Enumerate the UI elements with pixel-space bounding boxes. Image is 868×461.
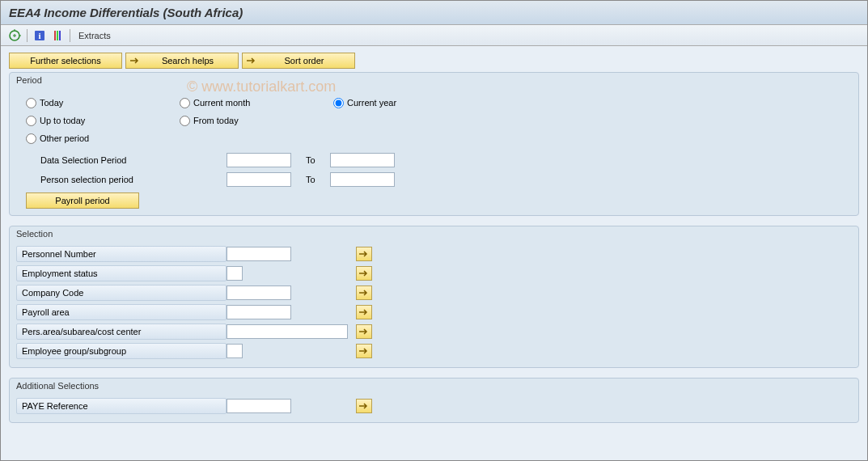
selection-input[interactable] bbox=[227, 247, 291, 261]
separator bbox=[27, 29, 28, 42]
arrow-right-icon bbox=[358, 347, 370, 355]
radio-current-month[interactable] bbox=[180, 98, 190, 108]
additional-input[interactable] bbox=[227, 399, 291, 413]
input-slot bbox=[227, 305, 356, 319]
radio-today[interactable] bbox=[26, 98, 36, 108]
selection-group: Selection Personnel NumberEmployment sta… bbox=[9, 226, 859, 368]
input-slot bbox=[227, 324, 356, 339]
selection-label: Employment status bbox=[16, 265, 227, 281]
arrow-right-icon bbox=[358, 328, 370, 336]
multiple-selection-button[interactable] bbox=[356, 324, 372, 339]
selection-input[interactable] bbox=[227, 266, 243, 281]
input-slot bbox=[227, 266, 356, 281]
label-today[interactable]: Today bbox=[40, 98, 63, 108]
svg-rect-5 bbox=[59, 31, 61, 40]
input-slot bbox=[227, 285, 356, 300]
selection-label: Pers.area/subarea/cost center bbox=[16, 324, 227, 340]
period-group: Period Today Current month Current year … bbox=[9, 72, 859, 216]
selection-label: Company Code bbox=[16, 285, 227, 301]
selection-input[interactable] bbox=[227, 324, 348, 339]
person-sel-from-input[interactable] bbox=[227, 172, 291, 187]
additional-label: PAYE Reference bbox=[16, 398, 227, 414]
input-slot bbox=[227, 247, 356, 261]
arrow-right-icon bbox=[246, 57, 257, 65]
selection-input[interactable] bbox=[227, 344, 243, 358]
data-sel-to-input[interactable] bbox=[330, 153, 395, 167]
data-sel-period-label: Data Selection Period bbox=[26, 155, 227, 165]
extracts-button[interactable]: Extracts bbox=[75, 31, 114, 40]
radio-from-today[interactable] bbox=[180, 116, 190, 126]
title-bar: EEA4 Income Differentials (South Africa) bbox=[1, 1, 867, 25]
further-selections-button[interactable]: Further selections bbox=[9, 53, 122, 69]
arrow-right-icon bbox=[358, 250, 370, 258]
page-title: EEA4 Income Differentials (South Africa) bbox=[9, 6, 859, 19]
label-from-today[interactable]: From today bbox=[193, 116, 239, 125]
top-button-row: Further selections Search helps Sort ord… bbox=[9, 53, 859, 69]
additional-title: Additional Selections bbox=[10, 379, 858, 393]
search-helps-label: Search helps bbox=[149, 56, 227, 66]
person-sel-period-label: Person selection period bbox=[26, 175, 227, 184]
arrow-right-icon bbox=[358, 308, 370, 316]
selection-row: Company Code bbox=[16, 283, 852, 302]
svg-rect-3 bbox=[54, 31, 56, 40]
radio-up-to-today[interactable] bbox=[26, 116, 36, 126]
sort-order-button[interactable]: Sort order bbox=[242, 53, 355, 69]
variant-icon[interactable] bbox=[50, 28, 65, 43]
to-label: To bbox=[306, 175, 330, 184]
arrow-right-icon bbox=[129, 57, 141, 65]
content-area: © www.tutorialkart.com Further selection… bbox=[1, 46, 867, 461]
selection-row: Employee group/subgroup bbox=[16, 341, 852, 361]
sort-order-label: Sort order bbox=[265, 56, 343, 66]
selection-row: Payroll area bbox=[16, 302, 852, 322]
svg-text:i: i bbox=[38, 31, 40, 40]
input-slot bbox=[227, 399, 356, 413]
multiple-selection-button[interactable] bbox=[356, 285, 372, 300]
svg-rect-4 bbox=[57, 31, 58, 40]
selection-row: Pers.area/subarea/cost center bbox=[16, 322, 852, 341]
arrow-right-icon bbox=[358, 289, 370, 297]
multiple-selection-button[interactable] bbox=[356, 305, 372, 319]
selection-input[interactable] bbox=[227, 305, 291, 319]
payroll-period-button[interactable]: Payroll period bbox=[26, 192, 139, 209]
arrow-right-icon bbox=[358, 402, 370, 410]
multiple-selection-button[interactable] bbox=[356, 344, 372, 358]
info-icon[interactable]: i bbox=[32, 28, 47, 43]
search-helps-button[interactable]: Search helps bbox=[125, 53, 239, 69]
toolbar: i Extracts bbox=[1, 25, 867, 46]
radio-other-period[interactable] bbox=[26, 133, 36, 144]
additional-row: PAYE Reference bbox=[16, 396, 852, 416]
execute-icon[interactable] bbox=[7, 28, 22, 43]
multiple-selection-button[interactable] bbox=[356, 247, 372, 261]
label-other-period[interactable]: Other period bbox=[40, 133, 89, 143]
multiple-selection-button[interactable] bbox=[356, 399, 372, 413]
input-slot bbox=[227, 344, 356, 358]
selection-label: Employee group/subgroup bbox=[16, 343, 227, 359]
data-sel-from-input[interactable] bbox=[227, 153, 291, 167]
to-label: To bbox=[306, 155, 330, 165]
multiple-selection-button[interactable] bbox=[356, 266, 372, 281]
selection-label: Personnel Number bbox=[16, 246, 227, 262]
radio-current-year[interactable] bbox=[333, 98, 344, 108]
separator bbox=[70, 29, 70, 42]
selection-row: Employment status bbox=[16, 264, 852, 283]
label-current-month[interactable]: Current month bbox=[193, 98, 250, 108]
label-up-to-today[interactable]: Up to today bbox=[40, 116, 85, 125]
arrow-right-icon bbox=[358, 269, 370, 277]
label-current-year[interactable]: Current year bbox=[347, 98, 396, 108]
selection-title: Selection bbox=[10, 226, 858, 241]
period-title: Period bbox=[10, 73, 858, 87]
selection-input[interactable] bbox=[227, 285, 291, 300]
person-sel-to-input[interactable] bbox=[330, 172, 395, 187]
selection-label: Payroll area bbox=[16, 304, 227, 320]
selection-row: Personnel Number bbox=[16, 244, 852, 264]
additional-group: Additional Selections PAYE Reference bbox=[9, 378, 859, 423]
